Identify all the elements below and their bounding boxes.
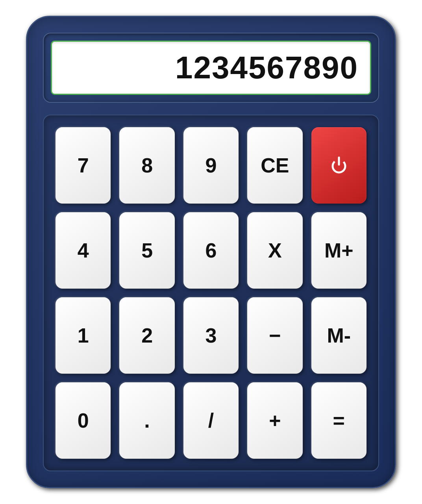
btn-0[interactable]: 0 bbox=[56, 382, 111, 459]
btn-divide[interactable]: / bbox=[183, 382, 239, 459]
btn-minus[interactable]: − bbox=[247, 297, 302, 374]
btn-2[interactable]: 2 bbox=[119, 297, 174, 374]
display-screen: 1234567890 bbox=[51, 41, 371, 95]
btn-8[interactable]: 8 bbox=[119, 127, 174, 204]
btn-mplus[interactable]: M+ bbox=[311, 212, 366, 289]
btn-5[interactable]: 5 bbox=[119, 212, 174, 289]
power-icon bbox=[327, 154, 351, 177]
btn-plus[interactable]: + bbox=[247, 382, 302, 459]
calculator: 1234567890 7 8 9 CE 4 5 6 bbox=[26, 16, 396, 488]
btn-power[interactable] bbox=[311, 127, 366, 204]
display-area: 1234567890 bbox=[43, 33, 379, 103]
btn-7[interactable]: 7 bbox=[56, 127, 111, 204]
btn-1[interactable]: 1 bbox=[56, 297, 111, 374]
btn-3[interactable]: 3 bbox=[183, 297, 239, 374]
btn-dot[interactable]: . bbox=[119, 382, 174, 459]
btn-4[interactable]: 4 bbox=[56, 212, 111, 289]
btn-equals[interactable]: = bbox=[311, 382, 366, 459]
buttons-grid: 7 8 9 CE 4 5 6 X M+ bbox=[43, 115, 379, 471]
btn-mminus[interactable]: M- bbox=[311, 297, 366, 374]
btn-6[interactable]: 6 bbox=[183, 212, 239, 289]
btn-multiply[interactable]: X bbox=[247, 212, 302, 289]
display-value: 1234567890 bbox=[175, 50, 358, 86]
btn-9[interactable]: 9 bbox=[183, 127, 239, 204]
btn-ce[interactable]: CE bbox=[247, 127, 302, 204]
